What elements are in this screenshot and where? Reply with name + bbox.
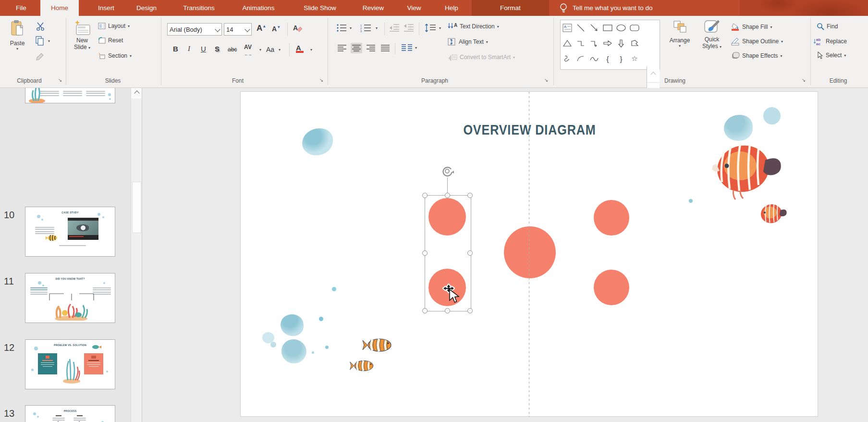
rotation-handle-icon[interactable] [441,165,454,178]
justify-button[interactable] [379,43,391,53]
tab-slideshow[interactable]: Slide Show [297,0,343,16]
change-case-dropdown[interactable]: ▾ [279,48,281,52]
resize-handle-e[interactable] [467,250,473,256]
reset-button[interactable]: Reset [98,37,123,44]
new-slide-button[interactable]: New Slide ▾ [70,20,95,50]
shape-right-brace[interactable]: } [614,51,628,66]
numbering-icon[interactable]: 1 2 3 [360,24,372,32]
diagram-circle-right-bottom[interactable] [594,270,629,305]
paragraph-dialog-launcher[interactable]: ↘ [543,77,550,84]
character-spacing-dropdown[interactable]: ▾ [259,48,261,52]
line-spacing-icon[interactable] [425,23,436,33]
bold-button[interactable]: B [173,45,178,53]
shape-oval[interactable] [614,20,628,36]
shape-effects-button[interactable]: Shape Effects▾ [731,51,782,60]
cut-icon[interactable] [36,22,45,31]
decrease-indent-icon[interactable] [389,24,400,32]
slide-thumbnail-11[interactable]: DID YOU KNOW THAT? [25,273,115,323]
diagram-circle-right-top[interactable] [594,200,629,236]
shape-freeform[interactable] [628,36,641,51]
resize-handle-se[interactable] [467,308,473,313]
shape-left-brace[interactable]: { [601,51,614,66]
align-right-button[interactable] [365,43,377,53]
diagram-circle-center[interactable] [504,226,556,278]
convert-smartart-button[interactable]: Convert to SmartArt▾ [448,53,515,61]
slide-thumbnail-partial[interactable] [25,88,115,103]
shape-down-arrow[interactable] [614,36,628,51]
bullets-icon[interactable] [336,24,347,32]
slide-thumbnail-12[interactable]: PROBLEM VS. SOLUTION [25,339,115,389]
clipboard-dialog-launcher[interactable]: ↘ [57,77,63,84]
shape-textbox[interactable]: A [561,20,574,36]
grow-font-button[interactable]: A▲ [257,24,266,33]
copy-icon[interactable] [36,36,44,46]
font-dialog-launcher[interactable]: ↘ [318,77,325,84]
resize-handle-nw[interactable] [422,193,428,198]
shape-fill-button[interactable]: Shape Fill▾ [731,23,772,31]
slide-thumbnail-10[interactable]: CASE STUDY [25,207,115,257]
resize-handle-n[interactable] [445,193,450,198]
line-spacing-dropdown[interactable]: ▾ [439,26,441,30]
font-name-combo[interactable]: Arial (Body) [167,23,222,36]
tab-file[interactable]: File [11,0,32,16]
slide-editing-surface[interactable]: OVERVIEW DIAGRAM [240,91,818,417]
shape-rectangle[interactable] [601,20,614,36]
tab-home[interactable]: Home [40,0,79,16]
format-painter-icon[interactable] [36,51,45,61]
shape-line[interactable] [574,20,587,36]
paste-dropdown-arrow[interactable]: ▾ [16,47,18,51]
shape-arc[interactable] [574,51,587,66]
shape-triangle[interactable] [561,36,574,51]
tab-view[interactable]: View [403,0,426,16]
tab-format-contextual[interactable]: Format [472,0,549,16]
clear-formatting-icon[interactable]: A [292,24,303,34]
arrange-button[interactable]: Arrange ▾ [666,20,694,48]
shape-scribble[interactable] [561,51,574,66]
font-size-combo[interactable]: 14 [224,23,252,36]
shape-outline-button[interactable]: Shape Outline▾ [731,37,783,46]
tab-help[interactable]: Help [440,0,463,16]
paste-button[interactable]: Paste ▾ [5,20,30,51]
bullets-dropdown[interactable]: ▾ [350,26,352,30]
drawing-dialog-launcher[interactable]: ↘ [800,77,807,84]
align-text-button[interactable]: Align Text▾ [448,38,488,46]
slide-thumbnail-13[interactable]: PROCESS [25,405,115,422]
tab-review[interactable]: Review [357,0,389,16]
copy-dropdown-arrow[interactable]: ▾ [48,39,50,43]
panel-scrollbar[interactable] [131,88,142,422]
layout-button[interactable]: Layout▾ [98,23,130,29]
columns-dropdown[interactable]: ▾ [415,46,417,50]
columns-icon[interactable] [402,44,412,51]
select-button[interactable]: Select▾ [817,51,846,59]
align-center-button[interactable] [351,43,362,53]
resize-handle-ne[interactable] [467,193,473,198]
strikethrough-button[interactable]: abc [228,46,237,53]
shape-arrow[interactable] [587,20,601,36]
underline-button[interactable]: U [201,45,206,53]
tab-transitions[interactable]: Transitions [176,0,222,16]
tell-me-box[interactable]: Tell me what you want to do [573,0,693,16]
font-color-dropdown[interactable]: ▾ [310,48,312,52]
text-shadow-button[interactable]: S [215,45,220,53]
find-button[interactable]: Find [817,23,838,30]
increase-indent-icon[interactable] [403,24,414,32]
shape-right-arrow[interactable] [601,36,614,51]
text-direction-button[interactable]: A Text Direction▾ [448,23,499,30]
shape-elbow-connector[interactable] [574,36,587,51]
change-case-button[interactable]: Aa [266,46,274,53]
shape-elbow-arrow-connector[interactable] [587,36,601,51]
resize-handle-s[interactable] [445,308,450,313]
panel-scrollbar-up-button[interactable] [131,88,142,99]
font-color-button[interactable]: A [296,44,304,53]
numbering-dropdown[interactable]: ▾ [376,26,378,30]
shape-star[interactable]: ☆ [628,51,641,66]
align-left-button[interactable] [336,43,348,53]
resize-handle-sw[interactable] [422,308,428,313]
tab-animations[interactable]: Animations [234,0,282,16]
tab-design[interactable]: Design [131,0,162,16]
shape-rounded-rectangle[interactable] [628,20,641,36]
replace-button[interactable]: ab ac Replace [814,37,847,46]
resize-handle-w[interactable] [422,250,428,256]
quick-styles-button[interactable]: Quick Styles ▾ [697,20,726,50]
slide-title[interactable]: OVERVIEW DIAGRAM [287,122,772,138]
